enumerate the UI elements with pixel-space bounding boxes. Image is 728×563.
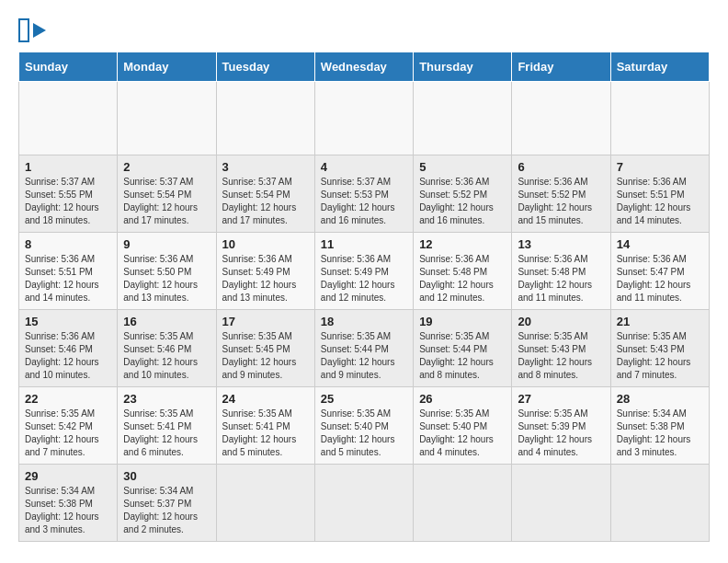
day-number: 27	[518, 392, 604, 406]
day-info: Sunrise: 5:35 AM Sunset: 5:45 PM Dayligh…	[222, 330, 309, 382]
day-number: 3	[222, 160, 309, 174]
day-info: Sunrise: 5:36 AM Sunset: 5:52 PM Dayligh…	[518, 176, 604, 227]
header-row: SundayMondayTuesdayWednesdayThursdayFrid…	[19, 52, 710, 82]
week-row-0	[19, 82, 710, 155]
day-info: Sunrise: 5:37 AM Sunset: 5:54 PM Dayligh…	[222, 176, 309, 227]
calendar-cell	[414, 82, 512, 155]
day-number: 13	[518, 237, 604, 251]
day-number: 28	[617, 392, 703, 406]
day-number: 8	[25, 237, 111, 251]
day-info: Sunrise: 5:35 AM Sunset: 5:39 PM Dayligh…	[518, 408, 604, 459]
day-info: Sunrise: 5:36 AM Sunset: 5:50 PM Dayligh…	[123, 253, 210, 304]
calendar-cell: 1Sunrise: 5:37 AM Sunset: 5:55 PM Daylig…	[19, 155, 118, 233]
calendar-cell: 9Sunrise: 5:36 AM Sunset: 5:50 PM Daylig…	[118, 233, 216, 310]
day-info: Sunrise: 5:35 AM Sunset: 5:40 PM Dayligh…	[321, 408, 407, 459]
logo-box	[18, 18, 29, 42]
day-info: Sunrise: 5:35 AM Sunset: 5:43 PM Dayligh…	[518, 330, 604, 382]
calendar-cell: 20Sunrise: 5:35 AM Sunset: 5:43 PM Dayli…	[512, 310, 610, 387]
day-info: Sunrise: 5:36 AM Sunset: 5:52 PM Dayligh…	[419, 176, 506, 227]
day-info: Sunrise: 5:36 AM Sunset: 5:51 PM Dayligh…	[617, 176, 703, 227]
calendar-cell: 5Sunrise: 5:36 AM Sunset: 5:52 PM Daylig…	[414, 155, 512, 233]
day-info: Sunrise: 5:37 AM Sunset: 5:55 PM Dayligh…	[25, 176, 111, 227]
calendar-cell	[512, 82, 610, 155]
calendar-cell: 17Sunrise: 5:35 AM Sunset: 5:45 PM Dayli…	[216, 310, 314, 387]
calendar-cell: 27Sunrise: 5:35 AM Sunset: 5:39 PM Dayli…	[512, 387, 610, 465]
logo-triangle-icon	[33, 23, 46, 38]
day-number: 26	[419, 392, 506, 406]
day-info: Sunrise: 5:34 AM Sunset: 5:38 PM Dayligh…	[25, 485, 111, 536]
day-info: Sunrise: 5:36 AM Sunset: 5:49 PM Dayligh…	[321, 253, 407, 304]
day-info: Sunrise: 5:34 AM Sunset: 5:37 PM Dayligh…	[123, 485, 210, 536]
day-info: Sunrise: 5:36 AM Sunset: 5:49 PM Dayligh…	[222, 253, 309, 304]
calendar-cell: 25Sunrise: 5:35 AM Sunset: 5:40 PM Dayli…	[314, 387, 413, 465]
day-number: 25	[321, 392, 407, 406]
day-info: Sunrise: 5:36 AM Sunset: 5:46 PM Dayligh…	[25, 330, 111, 382]
week-row-2: 8Sunrise: 5:36 AM Sunset: 5:51 PM Daylig…	[19, 233, 710, 310]
header-cell-sunday: Sunday	[19, 52, 118, 82]
day-number: 23	[123, 392, 210, 406]
calendar-cell: 7Sunrise: 5:36 AM Sunset: 5:51 PM Daylig…	[610, 155, 709, 233]
calendar-cell	[610, 465, 709, 542]
calendar-cell: 12Sunrise: 5:36 AM Sunset: 5:48 PM Dayli…	[414, 233, 512, 310]
day-number: 24	[222, 392, 309, 406]
calendar-cell: 26Sunrise: 5:35 AM Sunset: 5:40 PM Dayli…	[414, 387, 512, 465]
day-number: 5	[419, 160, 506, 174]
calendar-header: SundayMondayTuesdayWednesdayThursdayFrid…	[19, 52, 710, 82]
calendar-cell	[216, 82, 314, 155]
day-number: 6	[518, 160, 604, 174]
logo	[18, 18, 46, 42]
day-number: 7	[617, 160, 703, 174]
day-number: 15	[25, 315, 111, 328]
day-number: 9	[123, 237, 210, 251]
calendar-cell: 19Sunrise: 5:35 AM Sunset: 5:44 PM Dayli…	[414, 310, 512, 387]
day-number: 18	[321, 315, 407, 328]
calendar-cell: 23Sunrise: 5:35 AM Sunset: 5:41 PM Dayli…	[118, 387, 216, 465]
day-info: Sunrise: 5:37 AM Sunset: 5:54 PM Dayligh…	[123, 176, 210, 227]
day-number: 21	[617, 315, 703, 328]
day-number: 2	[123, 160, 210, 174]
day-info: Sunrise: 5:35 AM Sunset: 5:46 PM Dayligh…	[123, 330, 210, 382]
header-cell-saturday: Saturday	[610, 52, 709, 82]
calendar-cell: 14Sunrise: 5:36 AM Sunset: 5:47 PM Dayli…	[610, 233, 709, 310]
day-info: Sunrise: 5:35 AM Sunset: 5:42 PM Dayligh…	[25, 408, 111, 459]
day-number: 11	[321, 237, 407, 251]
calendar-cell: 13Sunrise: 5:36 AM Sunset: 5:48 PM Dayli…	[512, 233, 610, 310]
calendar-cell: 18Sunrise: 5:35 AM Sunset: 5:44 PM Dayli…	[314, 310, 413, 387]
calendar-cell: 11Sunrise: 5:36 AM Sunset: 5:49 PM Dayli…	[314, 233, 413, 310]
calendar-cell: 15Sunrise: 5:36 AM Sunset: 5:46 PM Dayli…	[19, 310, 118, 387]
day-number: 17	[222, 315, 309, 328]
day-info: Sunrise: 5:36 AM Sunset: 5:51 PM Dayligh…	[25, 253, 111, 304]
calendar-cell: 30Sunrise: 5:34 AM Sunset: 5:37 PM Dayli…	[118, 465, 216, 542]
day-number: 19	[419, 315, 506, 328]
day-number: 20	[518, 315, 604, 328]
day-info: Sunrise: 5:34 AM Sunset: 5:38 PM Dayligh…	[617, 408, 703, 459]
day-info: Sunrise: 5:35 AM Sunset: 5:44 PM Dayligh…	[419, 330, 506, 382]
day-info: Sunrise: 5:36 AM Sunset: 5:48 PM Dayligh…	[419, 253, 506, 304]
header-cell-friday: Friday	[512, 52, 610, 82]
calendar-cell	[610, 82, 709, 155]
day-number: 29	[25, 469, 111, 483]
day-info: Sunrise: 5:37 AM Sunset: 5:53 PM Dayligh…	[321, 176, 407, 227]
day-number: 1	[25, 160, 111, 174]
calendar-cell: 29Sunrise: 5:34 AM Sunset: 5:38 PM Dayli…	[19, 465, 118, 542]
calendar-cell	[314, 82, 413, 155]
day-info: Sunrise: 5:35 AM Sunset: 5:43 PM Dayligh…	[617, 330, 703, 382]
week-row-5: 29Sunrise: 5:34 AM Sunset: 5:38 PM Dayli…	[19, 465, 710, 542]
day-number: 4	[321, 160, 407, 174]
calendar-cell	[118, 82, 216, 155]
calendar-cell: 8Sunrise: 5:36 AM Sunset: 5:51 PM Daylig…	[19, 233, 118, 310]
calendar-cell: 4Sunrise: 5:37 AM Sunset: 5:53 PM Daylig…	[314, 155, 413, 233]
calendar-cell: 21Sunrise: 5:35 AM Sunset: 5:43 PM Dayli…	[610, 310, 709, 387]
header-cell-thursday: Thursday	[414, 52, 512, 82]
calendar-cell	[414, 465, 512, 542]
day-info: Sunrise: 5:35 AM Sunset: 5:41 PM Dayligh…	[222, 408, 309, 459]
week-row-1: 1Sunrise: 5:37 AM Sunset: 5:55 PM Daylig…	[19, 155, 710, 233]
calendar-cell: 6Sunrise: 5:36 AM Sunset: 5:52 PM Daylig…	[512, 155, 610, 233]
day-info: Sunrise: 5:35 AM Sunset: 5:40 PM Dayligh…	[419, 408, 506, 459]
calendar-cell: 3Sunrise: 5:37 AM Sunset: 5:54 PM Daylig…	[216, 155, 314, 233]
day-number: 16	[123, 315, 210, 328]
calendar-cell	[314, 465, 413, 542]
calendar-cell: 24Sunrise: 5:35 AM Sunset: 5:41 PM Dayli…	[216, 387, 314, 465]
calendar-cell: 28Sunrise: 5:34 AM Sunset: 5:38 PM Dayli…	[610, 387, 709, 465]
day-number: 12	[419, 237, 506, 251]
